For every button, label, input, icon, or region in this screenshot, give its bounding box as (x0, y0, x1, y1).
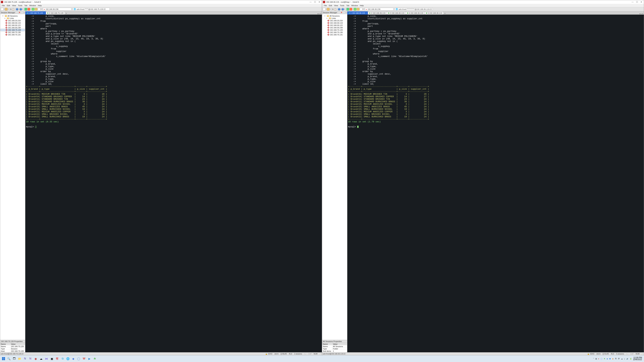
maximize-button[interactable]: ☐ (314, 1, 316, 3)
system-tray[interactable]: ˄ ▥ ● ◯ ☘ ◆ ⬣ ◉ 英 拼 ☁ ⏚ 🔊 🔋 (593, 358, 632, 360)
tree-host[interactable]: 192.168.20.233 (322, 19, 347, 22)
window-titlebar[interactable]: 192.168.30.119 - root@htap:~ - Xshell 6 … (322, 0, 644, 4)
menu-window[interactable]: Window (351, 4, 358, 6)
app-blue2-icon[interactable]: ▶ (87, 356, 92, 361)
wps-icon[interactable]: W (82, 356, 86, 361)
ime-lang[interactable]: 英 (615, 358, 617, 360)
menu-tab[interactable]: Tab (346, 4, 350, 6)
minimize-button[interactable]: — (632, 1, 634, 3)
menu-file[interactable]: File (323, 4, 328, 6)
tree-links[interactable]: ▾Links (0, 17, 25, 19)
tree-host[interactable]: 192.168.75.128 (322, 29, 347, 31)
tree-host[interactable]: 192.168.30.122 (0, 24, 25, 26)
open-icon[interactable] (327, 8, 330, 10)
vs-icon[interactable]: ⋈ (44, 356, 49, 361)
tab-menu-icon[interactable]: ▾ (642, 13, 643, 14)
terminal-tab[interactable]: 3 192.168.30.119 (387, 11, 406, 14)
menu-edit[interactable]: Edit (328, 4, 333, 6)
terminal-tab[interactable]: 2 192.168.30.119 (368, 11, 387, 14)
lock-icon[interactable] (35, 8, 38, 10)
onenote-icon[interactable]: N (28, 356, 33, 361)
close-pane-icon[interactable]: × (24, 12, 24, 13)
copy-icon[interactable]: ⧉ (332, 8, 334, 10)
tree-host[interactable]: 192.168.30.119 (0, 22, 25, 24)
tree-host[interactable]: 192.168.30.122 (322, 24, 347, 26)
terminal-output[interactable]: -> p_size, -> count(distinct ps_suppkey)… (25, 14, 322, 352)
globe1-icon[interactable] (338, 8, 340, 10)
task-view-icon[interactable]: 🗔 (12, 356, 17, 361)
sound-icon[interactable]: 🔊 (626, 358, 628, 360)
terminal-tab[interactable]: 4 192.168.30.119 (406, 11, 425, 14)
tray-icon[interactable]: ☘ (604, 358, 605, 360)
terminal-output[interactable]: -> p_size, -> count(distinct ps_suppkey)… (347, 14, 644, 352)
tab-next-icon[interactable]: ▸ (319, 13, 320, 14)
address-bar-2[interactable]: 🌐ssh://root:***********@192.168.30.119:2… (395, 8, 433, 10)
tree-root[interactable]: ▾All Sessions (0, 15, 25, 17)
explorer-icon[interactable]: 📁 (17, 356, 22, 361)
tab-close-icon[interactable]: × (366, 12, 366, 14)
search-icon[interactable]: 🔍 (6, 356, 12, 361)
taskbar-clock[interactable]: 12:09 PM 10/9/2022 (632, 357, 643, 361)
reconnect-icon[interactable] (346, 8, 349, 10)
chrome-icon[interactable]: 🌐 (66, 356, 70, 361)
new-session-icon[interactable] (1, 8, 4, 10)
tray-icon[interactable]: ⬣ (609, 358, 611, 360)
tab-next-icon[interactable]: ▸ (641, 13, 642, 14)
menu-file[interactable]: File (1, 4, 6, 6)
tray-icon[interactable]: ◆ (606, 358, 608, 360)
close-button[interactable]: ✕ (640, 1, 642, 3)
address-bar-1[interactable]: ●192.168.30.238 (43, 8, 72, 10)
app-red-icon[interactable]: 有 (55, 356, 60, 361)
find-icon[interactable] (38, 8, 40, 10)
tree-host[interactable]: 192.168.75.131 (322, 33, 347, 36)
app-blue-icon[interactable]: ◆ (71, 356, 76, 361)
pin-icon[interactable]: 📌 (340, 12, 342, 13)
tree-host[interactable]: 192.168.75.130 (0, 31, 25, 33)
tray-chevron-icon[interactable]: ˄ (593, 358, 594, 360)
find-icon[interactable] (360, 8, 362, 10)
address-bar-2[interactable]: 🌐ssh://root:*****@192.168.75.128:22 (73, 8, 110, 10)
minimize-button[interactable]: — (310, 1, 312, 3)
tree-host[interactable]: 192.168.20.233 (0, 19, 25, 22)
menu-help[interactable]: Help (37, 4, 42, 6)
xshell-icon[interactable]: ◉ (33, 356, 38, 361)
tray-icon[interactable]: ◉ (612, 358, 614, 360)
tab-close-icon[interactable]: × (44, 12, 44, 14)
paste-icon[interactable]: 📋 (12, 8, 14, 10)
tree-root[interactable]: ▾All Sessions (322, 15, 347, 17)
battery-icon[interactable]: 🔋 (630, 358, 632, 360)
tree-host[interactable]: 192.168.30.238 (322, 26, 347, 29)
wifi-icon[interactable]: ⏚ (624, 358, 625, 360)
terminal-tab[interactable]: 1 192.168.30.119× (347, 11, 368, 14)
vscode-icon[interactable]: ⧉ (60, 356, 65, 361)
tree-host[interactable]: 192.168.75.131 (0, 33, 25, 36)
globe2-icon[interactable] (342, 8, 344, 10)
menu-help[interactable]: Help (359, 4, 364, 6)
tree-host[interactable]: 192.168.30.238 (0, 26, 25, 29)
app-circle-icon[interactable]: ◯ (76, 356, 81, 361)
terminal-tab[interactable]: 1 192.168.75.128× (25, 11, 46, 14)
close-button[interactable]: ✕ (318, 1, 320, 3)
terminal-tab[interactable]: 5 192.168.30.119 (424, 11, 444, 14)
globe2-icon[interactable] (20, 8, 22, 10)
add-tab-button[interactable]: + (65, 12, 68, 14)
tab-prev-icon[interactable]: ◂ (317, 13, 318, 14)
wechat-icon[interactable]: ☘ (92, 356, 97, 361)
menu-window[interactable]: Window (29, 4, 36, 6)
menu-view[interactable]: View (12, 4, 17, 6)
disconnect-icon[interactable] (350, 8, 352, 10)
tree-links[interactable]: ▾Links (322, 17, 347, 19)
terminal-icon[interactable]: ▣ (49, 356, 54, 361)
app-icon-2[interactable]: ☁ (38, 356, 44, 361)
tray-icon[interactable]: ▥ (595, 358, 597, 360)
tray-icon[interactable]: ◯ (600, 358, 602, 360)
tree-host[interactable]: 192.168.75.128 (0, 29, 25, 31)
tree-host[interactable]: 192.168.75.130 (322, 31, 347, 33)
menu-view[interactable]: View (334, 4, 339, 6)
app-icon[interactable]: N (22, 356, 28, 361)
tile-icon[interactable] (32, 8, 34, 10)
disconnect-icon[interactable] (28, 8, 30, 10)
menu-tab[interactable]: Tab (24, 4, 28, 6)
ime-mode[interactable]: 拼 (618, 358, 620, 360)
start-button[interactable] (1, 356, 6, 361)
